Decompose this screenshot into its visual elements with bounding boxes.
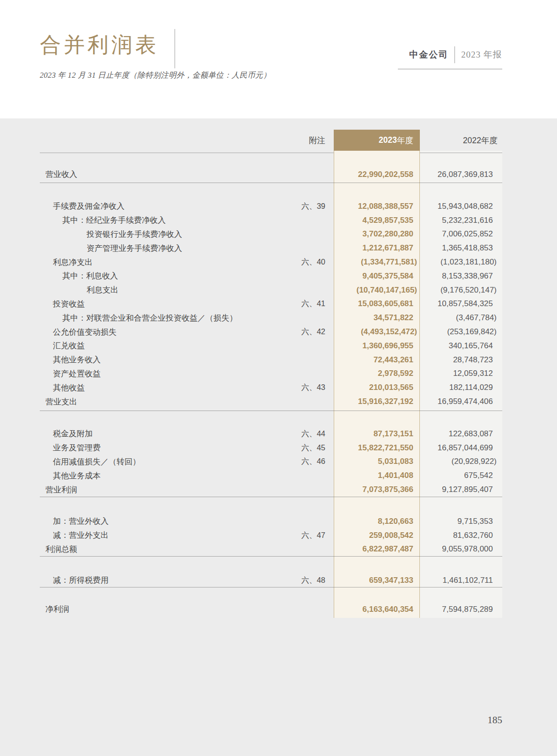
row-value-2023: 1,360,696,955: [334, 341, 420, 351]
row-value-2023: 72,443,261: [334, 355, 420, 365]
row-value-2022: (1,023,181,180): [424, 257, 506, 267]
section-expenses: 税金及附加 六、44 87,173,151 122,683,087 业务及管理费…: [40, 411, 502, 497]
row-label: 营业支出: [40, 396, 268, 407]
section-revenue-detail: 手续费及佣金净收入 六、39 12,088,388,557 15,943,048…: [40, 183, 502, 411]
row-value-2022: (20,928,922): [424, 457, 506, 466]
row-value-2022: 675,542: [420, 471, 502, 480]
row-value-2022: 26,087,369,813: [420, 170, 502, 179]
row-label: 投资收益: [40, 299, 268, 309]
row-value-2023: 210,013,565: [334, 383, 420, 392]
row-label: 其他业务成本: [40, 470, 268, 481]
row-value-2022: 9,715,353: [420, 517, 502, 526]
row-value-2023: 7,073,875,366: [334, 485, 420, 494]
row-label: 利息支出: [40, 285, 268, 295]
row-value-2023: 8,120,663: [334, 517, 420, 526]
row-note: 六、47: [268, 530, 334, 541]
income-statement-table: 附注 2023年度 2022年度 营业收入 22,990,202,558 26,…: [40, 130, 502, 618]
table-row: 加：营业外收入 8,120,663 9,715,353: [40, 514, 502, 528]
row-label: 营业收入: [40, 169, 268, 180]
row-value-2022: 12,059,312: [420, 369, 502, 378]
row-note: 六、41: [268, 299, 334, 309]
row-value-2023: 34,571,822: [334, 313, 420, 323]
row-value-2022: 81,632,760: [420, 531, 502, 540]
row-value-2022: 9,127,895,407: [420, 485, 502, 494]
row-note: 六、45: [268, 443, 334, 453]
row-value-2022: 15,943,048,682: [420, 202, 502, 211]
header-2023-suffix: 年度: [397, 135, 413, 146]
header-note-cell: 附注: [268, 135, 334, 146]
table-header-row: 附注 2023年度 2022年度: [40, 130, 502, 151]
table-row: 营业收入 22,990,202,558 26,087,369,813: [40, 168, 502, 182]
row-value-2023: 1,212,671,887: [334, 243, 420, 253]
table-row: 利息净支出 六、40 (1,334,771,581) (1,023,181,18…: [40, 255, 502, 269]
row-value-2022: (253,169,842): [424, 327, 506, 337]
table-row: 汇兑收益 1,360,696,955 340,165,764: [40, 339, 502, 353]
table-row: 利息支出 (10,740,147,165) (9,176,520,147): [40, 283, 502, 297]
row-value-2022: 7,006,025,852: [420, 229, 502, 239]
table-row: 营业利润 7,073,875,366 9,127,895,407: [40, 483, 502, 497]
table-row: 减：所得税费用 六、48 659,347,133 1,461,102,711: [40, 573, 502, 587]
brand-underline: [398, 69, 502, 69]
row-label: 营业利润: [40, 484, 268, 495]
row-value-2022: 16,959,474,406: [420, 397, 502, 406]
row-label: 其中：经纪业务手续费净收入: [40, 215, 268, 226]
row-note: 六、40: [268, 257, 334, 267]
row-value-2022: 16,857,044,699: [420, 443, 502, 453]
row-value-2022: 8,153,338,967: [420, 272, 502, 281]
row-value-2023: 3,702,280,280: [334, 229, 420, 239]
page-number: 185: [455, 714, 502, 726]
row-value-2023: 9,405,375,584: [334, 272, 420, 281]
row-value-2022: (9,176,520,147): [424, 286, 506, 295]
row-value-2022: 1,365,418,853: [420, 243, 502, 253]
header-2023-cell: 2023年度: [334, 130, 420, 151]
table-row: 投资收益 六、41 15,083,605,681 10,857,584,325: [40, 297, 502, 311]
table-row: 利润总额 6,822,987,487 9,055,978,000: [40, 543, 502, 557]
table-row: 减：营业外支出 六、47 259,008,542 81,632,760: [40, 528, 502, 543]
table-row: 资产处置收益 2,978,592 12,059,312: [40, 367, 502, 381]
row-label: 利息净支出: [40, 257, 268, 268]
table-row: 其中：对联营企业和合营企业投资收益／（损失） 34,571,822 (3,467…: [40, 311, 502, 325]
header-underline-right: [420, 153, 502, 153]
row-value-2022: 7,594,875,289: [420, 605, 502, 614]
row-label: 加：营业外收入: [40, 516, 268, 527]
row-label: 减：所得税费用: [40, 575, 268, 586]
row-label: 资产管理业务手续费净收入: [40, 243, 268, 254]
section-total-profit: 加：营业外收入 8,120,663 9,715,353 减：营业外支出 六、47…: [40, 497, 502, 557]
brand-name: 中金公司: [409, 49, 448, 61]
section-income-tax: 减：所得税费用 六、48 659,347,133 1,461,102,711: [40, 557, 502, 587]
row-note: 六、39: [268, 201, 334, 212]
row-value-2023: 6,163,640,354: [334, 605, 420, 614]
brand-divider: [454, 46, 455, 63]
table-row: 营业支出 15,916,327,192 16,959,474,406: [40, 395, 502, 409]
row-value-2023: (10,740,147,165): [337, 286, 424, 295]
row-value-2022: 10,857,584,325: [420, 299, 502, 308]
table-row: 公允价值变动损失 六、42 (4,493,152,472) (253,169,8…: [40, 325, 502, 339]
row-label: 税金及附加: [40, 428, 268, 439]
row-label: 减：营业外支出: [40, 530, 268, 541]
table-row: 其他收益 六、43 210,013,565 182,114,029: [40, 381, 502, 395]
row-note: 六、48: [268, 575, 334, 586]
table-row: 净利润 6,163,640,354 7,594,875,289: [40, 602, 502, 617]
section-net-profit: 净利润 6,163,640,354 7,594,875,289: [40, 587, 502, 618]
header-underline-left: [40, 153, 334, 153]
row-value-2023: 87,173,151: [334, 429, 420, 439]
row-label: 净利润: [40, 604, 268, 615]
row-value-2023: 6,822,987,487: [334, 544, 420, 554]
row-label: 手续费及佣金净收入: [40, 201, 268, 212]
row-note: 六、43: [268, 382, 334, 393]
row-value-2023: 259,008,542: [334, 531, 420, 540]
table-row: 投资银行业务手续费净收入 3,702,280,280 7,006,025,852: [40, 228, 502, 242]
row-label: 汇兑收益: [40, 340, 268, 351]
row-note: 六、42: [268, 327, 334, 337]
header-2022-cell: 2022年度: [420, 135, 502, 146]
row-value-2023: 15,083,605,681: [334, 299, 420, 308]
row-value-2023: 15,916,327,192: [334, 397, 420, 406]
row-note: 六、46: [268, 456, 334, 467]
row-value-2023: (4,493,152,472): [337, 327, 424, 337]
row-value-2022: 5,232,231,616: [420, 216, 502, 225]
table-row: 其他业务成本 1,401,408 675,542: [40, 469, 502, 483]
row-value-2023: 5,031,083: [334, 457, 420, 466]
report-page: 合并利润表 中金公司 2023 年报 2023 年 12 月 31 日止年度（除…: [0, 0, 557, 756]
row-value-2022: (3,467,784): [424, 313, 506, 323]
row-value-2023: 1,401,408: [334, 471, 420, 480]
